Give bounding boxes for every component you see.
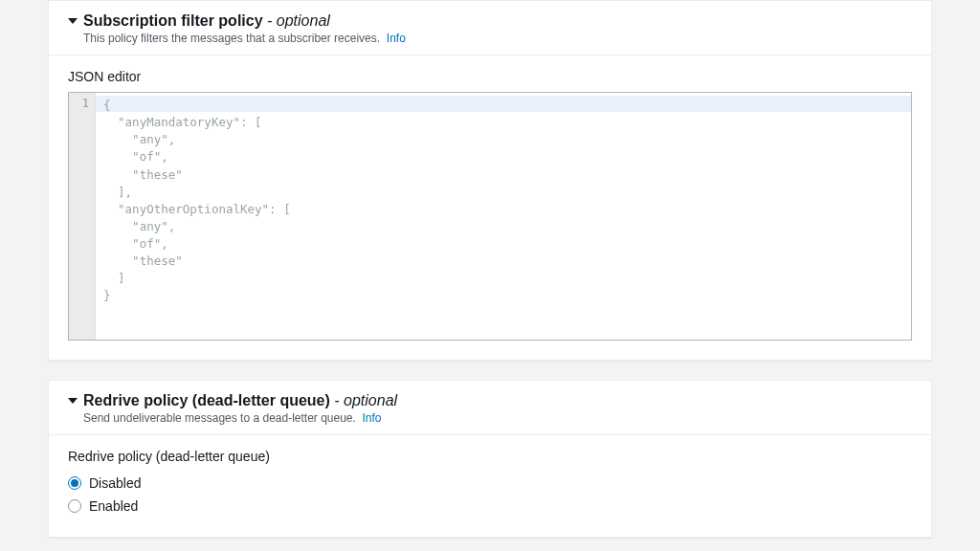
radio-disabled[interactable]: Disabled <box>68 472 912 495</box>
code-placeholder: { "anyMandatoryKey": [ "any", "of", "the… <box>96 93 911 309</box>
redrive-policy-header: Redrive policy (dead-letter queue) - opt… <box>49 381 931 435</box>
filter-policy-subtitle: This policy filters the messages that a … <box>83 32 912 45</box>
json-editor[interactable]: 1 { "anyMandatoryKey": [ "any", "of", "t… <box>68 92 912 341</box>
json-editor-label: JSON editor <box>68 69 912 84</box>
redrive-policy-subtitle-text: Send undeliverable messages to a dead-le… <box>83 411 356 425</box>
redrive-policy-body: Redrive policy (dead-letter queue) Disab… <box>49 435 931 537</box>
filter-policy-subtitle-text: This policy filters the messages that a … <box>83 32 380 45</box>
info-link[interactable]: Info <box>363 411 382 425</box>
filter-policy-header: Subscription filter policy - optional Th… <box>49 1 931 55</box>
redrive-policy-title-row: Redrive policy (dead-letter queue) - opt… <box>68 392 912 409</box>
redrive-policy-panel: Redrive policy (dead-letter queue) - opt… <box>48 380 932 538</box>
radio-disabled-label: Disabled <box>89 475 141 491</box>
filter-policy-title-row: Subscription filter policy - optional <box>68 12 912 30</box>
redrive-policy-title: Redrive policy (dead-letter queue) - opt… <box>83 392 397 409</box>
filter-policy-title: Subscription filter policy - optional <box>83 12 330 30</box>
editor-code-area[interactable]: { "anyMandatoryKey": [ "any", "of", "the… <box>96 93 911 340</box>
filter-policy-body: JSON editor 1 { "anyMandatoryKey": [ "an… <box>49 55 931 360</box>
radio-icon <box>68 476 81 490</box>
radio-enabled[interactable]: Enabled <box>68 495 912 518</box>
line-number: 1 <box>69 97 89 110</box>
caret-down-icon[interactable] <box>68 398 78 404</box>
redrive-policy-subtitle: Send undeliverable messages to a dead-le… <box>83 411 912 425</box>
editor-gutter: 1 <box>69 93 96 340</box>
info-link[interactable]: Info <box>387 32 406 45</box>
caret-down-icon[interactable] <box>68 18 78 24</box>
optional-suffix: - optional <box>330 392 397 408</box>
redrive-field-label: Redrive policy (dead-letter queue) <box>68 449 912 464</box>
radio-icon <box>68 499 81 513</box>
radio-enabled-label: Enabled <box>89 498 138 514</box>
redrive-radio-group: Disabled Enabled <box>68 472 912 518</box>
redrive-policy-title-text: Redrive policy (dead-letter queue) <box>83 392 330 408</box>
filter-policy-title-text: Subscription filter policy <box>83 12 263 29</box>
optional-suffix: - optional <box>263 12 330 29</box>
filter-policy-panel: Subscription filter policy - optional Th… <box>48 0 932 361</box>
